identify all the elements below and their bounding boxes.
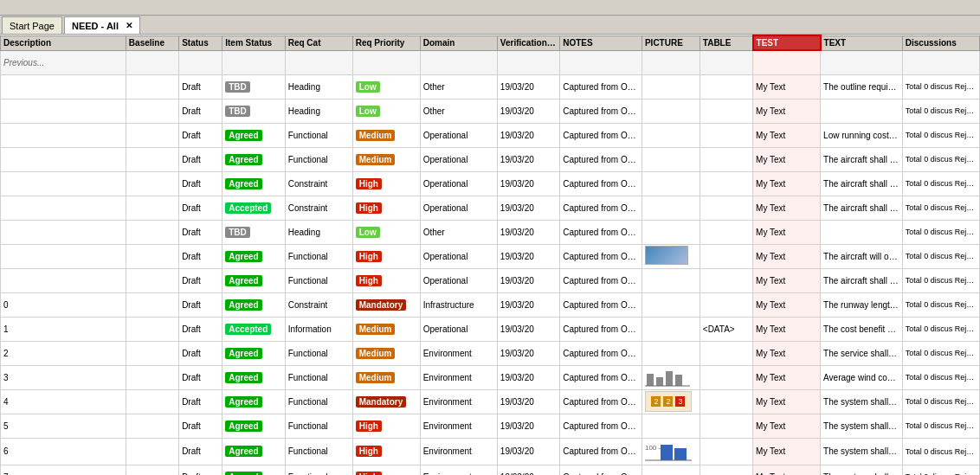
cell-verdate: 19/03/20 (497, 341, 559, 365)
cell-reqpri: Medium (352, 365, 420, 389)
cell-reqpri: Low (352, 74, 420, 99)
column-header-text[interactable]: TEXT (821, 35, 903, 50)
cell-picture: 100 — (642, 438, 700, 465)
cell-notes: Captured from Original (560, 414, 642, 438)
cell-picture (642, 292, 700, 317)
cell-text: Average wind conditions (821, 365, 903, 389)
item-status-badge: TBD (225, 106, 250, 117)
cell-verdate: 19/03/20 (497, 123, 559, 147)
cell-domain: Environment (420, 438, 497, 465)
cell-baseline (126, 438, 178, 465)
tab-close-icon[interactable]: ✕ (126, 21, 132, 30)
cell-reqpri: High (352, 414, 420, 438)
cell-desc: 3 (1, 365, 126, 389)
table-row: DraftAcceptedConstraintHighOperational19… (1, 196, 980, 220)
cell-itemstatus: Agreed (222, 292, 285, 317)
cell-notes: Captured from Original (560, 389, 642, 414)
cell-reqcat: Functional (285, 147, 352, 171)
cell-reqcat: Functional (285, 465, 352, 475)
tab-need-all[interactable]: NEED - All ✕ (64, 16, 140, 34)
req-priority-badge: High (356, 178, 382, 189)
cell-picture (642, 171, 700, 196)
svg-rect-1 (656, 377, 663, 386)
cell-text: The aircraft shall be able to carry (821, 196, 903, 220)
column-header-baseline[interactable]: Baseline (126, 35, 178, 50)
item-status-badge: TBD (225, 81, 250, 93)
column-header-reqcat[interactable]: Req Cat (285, 35, 352, 50)
cell-verdate: 19/03/20 (497, 74, 559, 99)
cell-disc: Total 0 discus Rejected 0, Su (902, 465, 979, 475)
cell-notes: Captured from Original (560, 99, 642, 123)
cell-desc: 7 (1, 465, 126, 475)
req-priority-badge: High (356, 446, 382, 457)
cell-reqcat: Functional (285, 244, 352, 268)
req-priority-badge: Medium (356, 372, 396, 383)
column-header-table[interactable]: TABLE (700, 35, 752, 50)
cell-baseline (126, 171, 178, 196)
cell-reqcat: Constraint (285, 171, 352, 196)
column-header-notes[interactable]: NOTES (560, 35, 642, 50)
column-header-reqpri[interactable]: Req Priority (352, 35, 420, 50)
cell-disc: Total 0 discus Rejected 0, Su (902, 123, 979, 147)
cell-reqcat: Functional (285, 365, 352, 389)
item-status-badge: Agreed (225, 372, 261, 383)
cell-desc: Previous... (1, 50, 126, 74)
cell-notes: Captured from Original (560, 465, 642, 475)
cell-verdate: 19/03/20 (497, 196, 559, 220)
cell-text: The system shall be operable (821, 389, 903, 414)
item-status-badge: Agreed (225, 420, 261, 432)
cell-disc: Total 0 discus Rejected 0, Su (902, 292, 979, 317)
cell-picture (642, 268, 700, 292)
cell-notes: Captured from Original (560, 317, 642, 341)
cell-table (700, 196, 752, 220)
cell-baseline (126, 465, 178, 475)
cell-disc: Total 0 discus Rejected 0, Su (902, 99, 979, 123)
req-priority-badge: High (356, 420, 382, 432)
cell-disc: Total 0 discus Rejected 0, Su (902, 74, 979, 99)
column-header-disc[interactable]: Discussions (902, 35, 979, 50)
cell-table (700, 123, 752, 147)
cell-text: The outline requirements for (821, 74, 903, 99)
tab-start-page[interactable]: Start Page (2, 16, 62, 34)
cell-itemstatus: Agreed (222, 341, 285, 365)
column-header-picture[interactable]: PICTURE (642, 35, 700, 50)
table-row: DraftAgreedFunctionalMediumOperational19… (1, 147, 980, 171)
cell-picture (642, 317, 700, 341)
cell-test: My Text (753, 171, 821, 196)
cell-text (821, 50, 903, 74)
table-row: 1DraftAcceptedInformationMediumOperation… (1, 317, 980, 341)
cell-reqcat: Functional (285, 268, 352, 292)
cell-status: Draft (179, 341, 222, 365)
column-header-itemstatus[interactable]: Item Status (222, 35, 285, 50)
cell-verdate: 19/03/20 (497, 171, 559, 196)
cell-disc: Total 0 discus Rejected 0, Su (902, 389, 979, 414)
column-header-verdate[interactable]: Verification Date (497, 35, 559, 50)
cell-table (700, 292, 752, 317)
cell-text: The aircraft will operate between (821, 244, 903, 268)
cell-baseline (126, 220, 178, 244)
req-priority-badge: Low (356, 81, 380, 93)
cell-reqcat (285, 50, 352, 74)
cell-status: Draft (179, 171, 222, 196)
cell-desc (1, 196, 126, 220)
cell-picture (642, 196, 700, 220)
cell-status: Draft (179, 196, 222, 220)
cell-test: My Text (753, 389, 821, 414)
cell-notes: Captured from Original (560, 220, 642, 244)
column-header-test[interactable]: TEST (753, 35, 821, 50)
column-header-domain[interactable]: Domain (420, 35, 497, 50)
svg-rect-3 (675, 375, 682, 386)
cell-text: The system shall be operable (821, 438, 903, 465)
cell-baseline (126, 123, 178, 147)
req-priority-badge: Medium (356, 324, 396, 335)
cell-disc: Total 0 discus Rejected 0, Su (902, 147, 979, 171)
cell-disc: Total 0 discus Rejected 0, Su (902, 317, 979, 341)
cell-reqpri: Medium (352, 317, 420, 341)
column-header-desc[interactable]: Description (1, 35, 126, 50)
cell-status: Draft (179, 292, 222, 317)
cell-itemstatus: Agreed (222, 244, 285, 268)
cell-text: The aircraft shall have an (821, 268, 903, 292)
cell-itemstatus: Agreed (222, 414, 285, 438)
cell-text: The service shall be available for (821, 341, 903, 365)
column-header-status[interactable]: Status (179, 35, 222, 50)
